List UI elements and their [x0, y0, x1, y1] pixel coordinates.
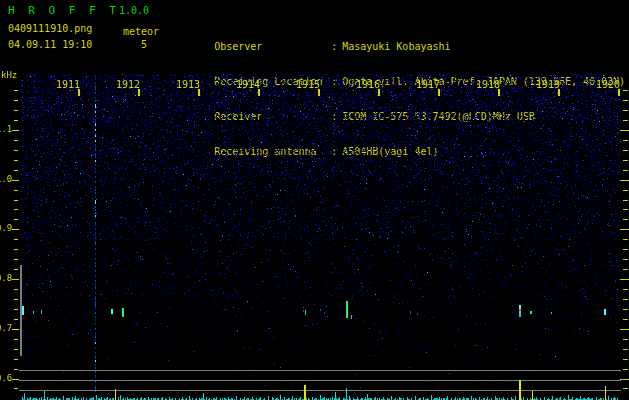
time-tick-label: 1920 — [596, 79, 620, 91]
time-tick-label: 1913 — [176, 79, 200, 91]
time-tick-label: 1914 — [236, 79, 260, 91]
hrofft-screen: H R O F F T 1.0.0 0409111910.png meteor … — [0, 0, 629, 400]
freq-axis-unit-label: kHz — [1, 70, 17, 80]
time-tick-label: 1912 — [116, 79, 140, 91]
frame-datetime: 04.09.11 19:10 — [8, 39, 92, 50]
spectrogram-canvas — [0, 70, 629, 400]
freq-tick-label: 0.7 — [0, 324, 12, 333]
freq-tick-label: 0.9 — [0, 224, 12, 233]
freq-tick-label: 0.6 — [0, 374, 12, 383]
freq-tick-label: 1.0 — [0, 175, 12, 184]
time-tick-label: 1918 — [476, 79, 500, 91]
time-tick-label: 1911 — [56, 79, 80, 91]
freq-tick-label: 0.8 — [0, 274, 12, 283]
app-title: H R O F F T — [8, 4, 119, 17]
freq-tick-label: 1.1 — [0, 125, 12, 134]
app-version: 1.0.0 — [119, 5, 149, 16]
info-row-observer: Observer:Masayuki Kobayashi — [178, 27, 625, 40]
mode-label: meteor — [123, 26, 159, 37]
info-label: Observer — [214, 40, 331, 53]
info-value: Masayuki Kobayashi — [337, 41, 450, 52]
time-tick-label: 1915 — [296, 79, 320, 91]
echo-count: 5 — [141, 39, 147, 50]
output-filename: 0409111910.png — [8, 23, 92, 34]
time-tick-label: 1919 — [536, 79, 560, 91]
time-tick-label: 1916 — [356, 79, 380, 91]
time-tick-label: 1917 — [416, 79, 440, 91]
